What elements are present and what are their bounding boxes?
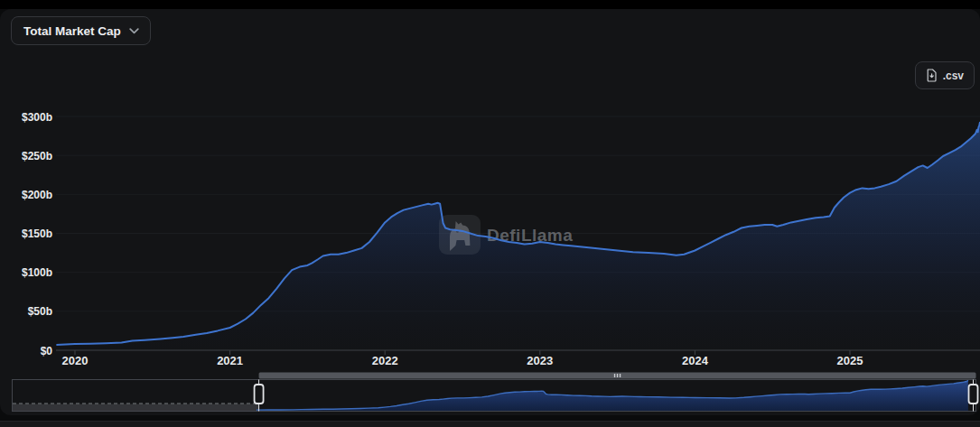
brush-left-handle[interactable] <box>255 385 264 404</box>
download-csv-button[interactable]: .csv <box>915 61 975 89</box>
y-axis-label: $300b <box>22 111 52 124</box>
metric-dropdown-button[interactable]: Total Market Cap <box>11 16 151 45</box>
time-range-brush[interactable] <box>13 373 978 412</box>
y-axis-label: $200b <box>22 189 52 201</box>
top-strip <box>0 0 980 9</box>
csv-button-label: .csv <box>943 70 964 82</box>
y-axis-label: $100b <box>22 266 52 279</box>
chevron-down-icon <box>129 28 139 34</box>
y-axis-label: $50b <box>28 305 52 318</box>
total-market-cap-chart[interactable]: DefiLlama $0$50b$100b$150b$200b$250b$300… <box>0 9 980 427</box>
y-axis-label: $150b <box>22 227 52 240</box>
x-axis-label: 2023 <box>527 354 553 367</box>
x-axis-label: 2020 <box>62 354 89 367</box>
brush-minimap-area <box>257 380 968 411</box>
x-axis-label: 2021 <box>217 354 243 367</box>
brush-unselected-shadow <box>13 404 259 412</box>
watermark-text: DefiLlama <box>487 226 573 245</box>
x-axis-label: 2025 <box>837 354 863 367</box>
brush-right-handle[interactable] <box>969 385 978 404</box>
metric-dropdown-label: Total Market Cap <box>23 24 121 38</box>
next-section-edge <box>0 421 980 427</box>
chart-card: DefiLlama $0$50b$100b$150b$200b$250b$300… <box>0 9 980 415</box>
y-axis-label: $250b <box>22 150 52 162</box>
brush-grip-icon <box>614 374 615 377</box>
y-axis-labels: $0$50b$100b$150b$200b$250b$300b <box>22 111 52 357</box>
csv-file-icon <box>926 69 938 82</box>
brush-grip-icon <box>620 374 621 377</box>
x-axis-label: 2022 <box>372 354 398 367</box>
y-axis-label: $0 <box>41 345 53 357</box>
x-axis-labels: 202020212022202320242025 <box>62 354 863 367</box>
brush-grip-icon <box>617 374 618 377</box>
x-axis-label: 2024 <box>682 354 709 367</box>
page: DefiLlama $0$50b$100b$150b$200b$250b$300… <box>0 0 980 427</box>
